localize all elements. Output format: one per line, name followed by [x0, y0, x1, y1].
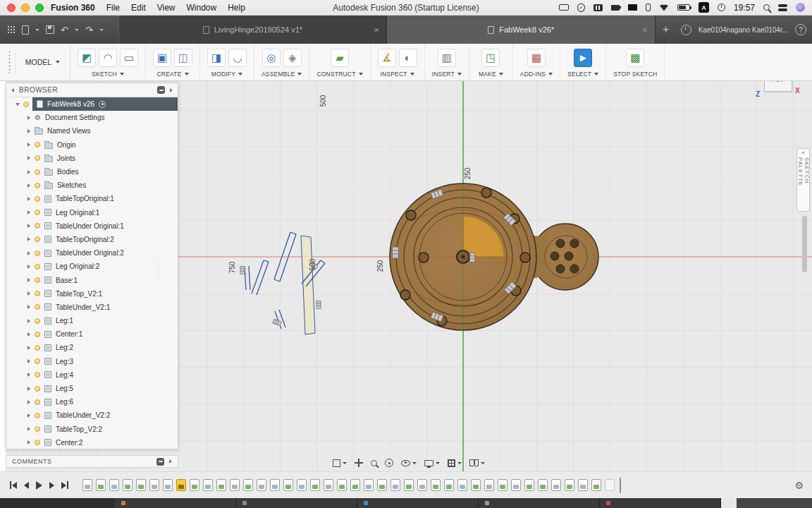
- skip-to-start-button[interactable]: [10, 481, 17, 489]
- help-button[interactable]: ?: [795, 24, 806, 35]
- comments-options-icon[interactable]: [156, 458, 164, 466]
- expand-arrow-icon[interactable]: [27, 373, 30, 377]
- timeline-item-sketch[interactable]: [283, 479, 293, 491]
- new-component-icon[interactable]: ▣: [153, 49, 171, 67]
- expand-palette-icon[interactable]: «: [801, 150, 804, 156]
- skip-to-end-button[interactable]: [61, 481, 68, 489]
- insert-icon[interactable]: ▥: [438, 49, 456, 67]
- collapse-arrow-icon[interactable]: [16, 103, 20, 106]
- expand-arrow-icon[interactable]: [27, 251, 30, 255]
- visibility-bulb-icon[interactable]: [35, 250, 40, 256]
- browser-item-sketches[interactable]: Sketches: [6, 179, 178, 192]
- minimize-window-button[interactable]: [21, 4, 30, 12]
- expand-arrow-icon[interactable]: [27, 183, 30, 188]
- close-window-button[interactable]: [7, 4, 16, 12]
- timeline-item-sketch[interactable]: [310, 479, 320, 491]
- timeline-item-feature[interactable]: [364, 479, 374, 491]
- browser-item-tabletoporiginal-2[interactable]: TableTopOriginal:2: [6, 233, 178, 246]
- visibility-bulb-icon[interactable]: [23, 102, 29, 107]
- timeline-item-feature[interactable]: [297, 479, 307, 491]
- visibility-bulb-icon[interactable]: [35, 264, 40, 270]
- timeline-item-sketch[interactable]: [538, 479, 548, 491]
- browser-item-document-settings[interactable]: ⚙Document Settings: [6, 111, 178, 124]
- expand-arrow-icon[interactable]: [27, 224, 30, 228]
- background-tab[interactable]: [115, 498, 236, 508]
- sketch-palette-tab[interactable]: « SKETCH PALETTE: [796, 148, 810, 212]
- browser-item-tableunder-original-2[interactable]: TableUnder Original:2: [6, 246, 178, 260]
- activate-component-radio-icon[interactable]: [99, 101, 106, 108]
- expand-arrow-icon[interactable]: [27, 129, 30, 133]
- tab-close-icon[interactable]: ×: [642, 25, 648, 35]
- expand-arrow-icon[interactable]: [27, 156, 30, 160]
- timeline-settings-gear-icon[interactable]: ⚙: [794, 480, 804, 490]
- fit-view-dropdown[interactable]: [333, 459, 347, 467]
- browser-item-bodies[interactable]: Bodies: [6, 165, 178, 179]
- phone-icon[interactable]: [646, 4, 651, 11]
- visibility-bulb-icon[interactable]: [35, 426, 40, 432]
- expand-arrow-icon[interactable]: [27, 278, 30, 282]
- timeline-item-sketch[interactable]: [471, 479, 481, 491]
- plane-icon[interactable]: ▰: [331, 49, 349, 67]
- expand-arrow-icon[interactable]: [27, 237, 30, 241]
- input-source-icon[interactable]: [593, 4, 603, 11]
- app-menu-title[interactable]: Fusion 360: [51, 3, 95, 13]
- toolbar-group-create[interactable]: ▣◫CREATE: [146, 44, 200, 80]
- browser-item-tabletoporiginal-1[interactable]: TableTopOriginal:1: [6, 192, 178, 205]
- look-at-icon[interactable]: [401, 460, 410, 466]
- timeline-item-feature[interactable]: [457, 479, 467, 491]
- menubar-item-edit[interactable]: Edit: [131, 3, 146, 13]
- visibility-bulb-icon[interactable]: [35, 277, 40, 283]
- browser-item-named-views[interactable]: Named Views: [6, 124, 178, 138]
- menubar-item-help[interactable]: Help: [228, 3, 245, 13]
- toolbar-grip-icon[interactable]: [4, 51, 16, 73]
- toolbar-group-insert[interactable]: ▥INSERT: [425, 44, 469, 80]
- timeline-item-sketch[interactable]: [96, 479, 106, 491]
- timeline-item-feature[interactable]: [149, 479, 159, 491]
- timeline-item-sketch[interactable]: [377, 479, 387, 491]
- timeline-item-sketch[interactable]: [136, 479, 146, 491]
- timeline-item-feature[interactable]: [82, 479, 92, 491]
- browser-item-tableunder-v2-1[interactable]: TableUnder_V2:1: [6, 301, 178, 314]
- visibility-bulb-icon[interactable]: [35, 155, 40, 161]
- expand-arrow-icon[interactable]: [27, 116, 30, 120]
- wifi-icon[interactable]: [659, 4, 669, 11]
- zoom-icon[interactable]: [371, 460, 377, 466]
- measure-icon[interactable]: ∡: [378, 49, 396, 67]
- timeline-item-sketch[interactable]: [243, 479, 253, 491]
- timeline-item-feature[interactable]: [551, 479, 561, 491]
- timeline-item-feature[interactable]: [163, 479, 173, 491]
- browser-item-leg-5[interactable]: Leg:5: [6, 382, 178, 395]
- browser-item-tabletop-v2-1[interactable]: TableTop_V2:1: [6, 287, 178, 301]
- joint-icon[interactable]: ◎: [262, 49, 281, 67]
- menubar-item-view[interactable]: View: [157, 3, 176, 13]
- step-back-button[interactable]: [24, 482, 29, 489]
- timeline-item-feature[interactable]: [324, 479, 333, 491]
- visibility-bulb-icon[interactable]: [35, 223, 40, 229]
- timeline-item-sketch[interactable]: [350, 479, 360, 491]
- battery-icon[interactable]: [677, 4, 690, 11]
- expand-arrow-icon[interactable]: [27, 359, 30, 363]
- toolbar-group-add-ins[interactable]: ▦ADD-INS: [513, 44, 560, 80]
- stop-sketch-icon[interactable]: ▩: [626, 49, 644, 67]
- browser-item-tableunder-v2-2[interactable]: TableUnder_V2:2: [6, 409, 178, 422]
- clock-icon[interactable]: [718, 4, 725, 11]
- toolbar-group-make[interactable]: ◳MAKE: [469, 44, 513, 80]
- redo-icon[interactable]: ↷: [85, 25, 93, 35]
- background-tab[interactable]: [600, 498, 721, 508]
- spotlight-icon[interactable]: [763, 4, 770, 11]
- browser-item-joints[interactable]: Joints: [6, 152, 178, 165]
- expand-arrow-icon[interactable]: [27, 332, 30, 337]
- visibility-bulb-icon[interactable]: [35, 183, 40, 188]
- shield-check-icon[interactable]: ✓: [577, 4, 585, 12]
- timeline-item-feature[interactable]: [109, 479, 119, 491]
- pan-icon[interactable]: [355, 459, 363, 467]
- screen-record-icon[interactable]: [611, 5, 620, 11]
- timeline-item-sketch[interactable]: [431, 479, 441, 491]
- timeline-item-sketch[interactable]: [524, 479, 534, 491]
- menubar-item-file[interactable]: File: [106, 3, 120, 13]
- visibility-bulb-icon[interactable]: [35, 304, 40, 310]
- step-forward-button[interactable]: [49, 482, 54, 489]
- redo-caret-icon[interactable]: [99, 29, 104, 31]
- expand-arrow-icon[interactable]: [27, 210, 30, 214]
- viewports-dropdown[interactable]: [469, 459, 485, 466]
